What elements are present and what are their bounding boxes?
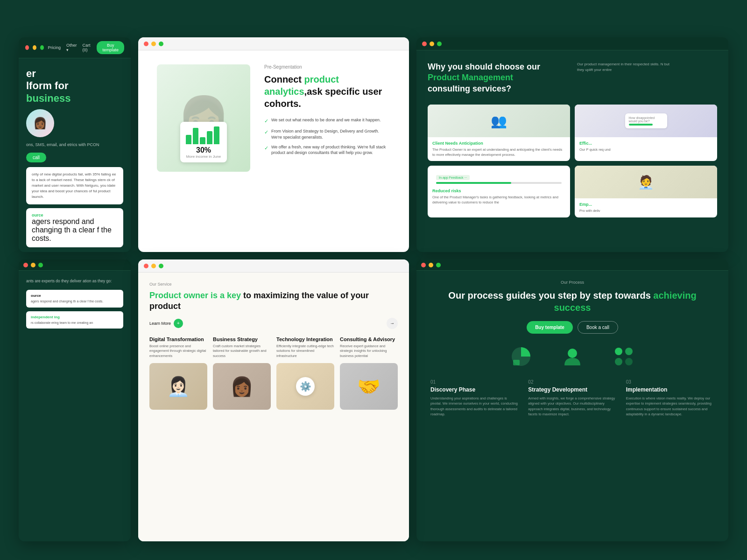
card-title-1: Client Needs Anticipation xyxy=(432,141,565,146)
service-img-2: 👩🏾 xyxy=(213,363,271,410)
topcenter-chrome xyxy=(138,37,409,50)
service-img-1: 👩🏻‍💼 xyxy=(149,363,207,410)
learn-more-text: Learn More xyxy=(149,321,171,326)
chart-label: More income in June xyxy=(186,154,221,159)
dot-green xyxy=(40,45,44,50)
step-num-2: 02 xyxy=(528,379,616,385)
main-heading: Connect product analytics,ask specific u… xyxy=(264,73,390,110)
bottomleft-window: ants are experts do they deliver ation a… xyxy=(19,259,131,541)
chart-pct: 30% xyxy=(186,146,221,154)
stat-card-1: ority of new digital products fail, with… xyxy=(26,167,123,204)
card-desc-3: One of the Product Manager's tasks is ga… xyxy=(432,195,565,205)
nav-buy-btn[interactable]: Buy template xyxy=(97,41,124,54)
process-icon-1 xyxy=(509,345,533,368)
stat-text-1: ority of new digital products fail, with… xyxy=(32,172,118,200)
service-desc-2: Craft custom market strategies tailored … xyxy=(213,344,271,359)
nav-cart[interactable]: Cart (0) xyxy=(83,43,92,52)
service-heading-green: Product owner is a key xyxy=(149,291,243,300)
service-title-2: Business Strategy xyxy=(213,336,271,342)
service-desc-1: Boost online presence and engagement thr… xyxy=(149,344,207,359)
chart-overlay: 30% More income in June xyxy=(180,122,227,162)
bar-5 xyxy=(214,126,219,144)
step-desc-2: Armed with insights, we forge a comprehe… xyxy=(528,396,616,417)
service-item-2: Business Strategy Craft custom market st… xyxy=(213,336,271,410)
topleft-window: Pricing Other ▾ Cart (0) Buy template er… xyxy=(19,37,131,252)
stat-text-2: agers respond and changing th a clear f … xyxy=(32,217,118,243)
feature-item-3: ✓ We offer a fresh, new way of product t… xyxy=(264,144,390,156)
nav-other[interactable]: Other ▾ xyxy=(66,43,77,52)
bottomcenter-chrome xyxy=(138,259,409,273)
mini-text-2: rs collaborate ering team to me creating… xyxy=(31,321,119,325)
card-body-3: In-app Feedback ··· Reduced risks One of… xyxy=(428,166,570,209)
service-desc-4: Receive expert guidance and strategic in… xyxy=(340,344,398,359)
card-4: 🧑‍💼 Emp... Pro with deliv xyxy=(575,166,717,217)
svg-point-2 xyxy=(568,349,577,358)
nav-pricing[interactable]: Pricing xyxy=(48,45,61,50)
svg-point-5 xyxy=(615,358,622,365)
step-desc-3: Execution is where vision meets reality.… xyxy=(626,396,714,417)
feature-text-1: We set out what needs to be done and we … xyxy=(271,117,381,123)
card-3: In-app Feedback ··· Reduced risks One of… xyxy=(428,166,570,217)
avatar: 👩🏾 xyxy=(26,109,54,137)
dot-green xyxy=(437,42,442,46)
process-icons xyxy=(430,345,714,368)
cards-grid: 👥 Client Needs Anticipation The Product … xyxy=(428,105,717,217)
process-icon-3 xyxy=(612,345,635,368)
card-2: How disappointed would you be? Effic... … xyxy=(575,105,717,161)
dot-yellow xyxy=(33,45,36,50)
mini-text-1: agers respond and changing th a clear f … xyxy=(31,299,119,304)
dot-yellow xyxy=(429,263,433,267)
bottomcenter-content: Our Service Product owner is a key to ma… xyxy=(138,273,409,541)
green-link-1[interactable]: ource xyxy=(32,213,118,217)
dot-green xyxy=(159,264,163,268)
topcenter-window: 👩🏾 30% More income in June Pre-Segmentat… xyxy=(138,37,409,252)
service-label: Our Service xyxy=(149,282,398,287)
check-icon-1: ✓ xyxy=(264,118,268,125)
feature-text-3: We offer a fresh, new way of product thi… xyxy=(271,144,390,156)
step-desc-1: Understanding your aspirations and chall… xyxy=(430,396,519,417)
bottomright-chrome xyxy=(416,259,728,271)
bar-3 xyxy=(200,137,205,144)
network-icon xyxy=(612,345,635,368)
book-call-btn[interactable]: Book a call xyxy=(578,321,618,334)
dot-red xyxy=(421,263,426,267)
step-title-2: Strategy Development xyxy=(528,386,616,393)
bl-mini-card-1: ource agers respond and changing th a cl… xyxy=(26,290,123,308)
bottomleft-content: ants are experts do they deliver ation a… xyxy=(19,271,131,340)
card-body-2: Effic... Our P quick req und xyxy=(575,137,717,156)
dot-yellow xyxy=(430,42,434,46)
feedback-card: In-app Feedback ··· xyxy=(432,169,565,187)
hero-green: business xyxy=(26,92,123,105)
feedback-bar-fill xyxy=(436,182,511,184)
topcenter-image: 👩🏾 30% More income in June xyxy=(157,64,250,172)
bottomleft-chrome xyxy=(19,259,131,271)
process-icon-2 xyxy=(561,345,584,368)
arrow-btn[interactable]: → xyxy=(387,318,398,329)
topleft-nav: Pricing Other ▾ Cart (0) Buy template xyxy=(19,37,131,58)
process-buttons: Buy template Book a call xyxy=(430,321,714,334)
buy-template-btn[interactable]: Buy template xyxy=(527,321,573,334)
topright-sub: Our product management in their respecte… xyxy=(577,62,670,73)
dot-red xyxy=(144,42,148,46)
svg-point-4 xyxy=(625,348,633,355)
dot-red xyxy=(422,42,427,46)
topright-sub-col: Our product management in their respecte… xyxy=(577,62,717,97)
card-img-2: How disappointed would you be? xyxy=(575,105,717,137)
user-chart-icon xyxy=(561,345,584,368)
feedback-bar xyxy=(436,182,562,184)
step-num-1: 01 xyxy=(430,379,519,385)
chart-bars xyxy=(186,126,221,144)
dot-yellow xyxy=(151,264,156,268)
topright-chrome xyxy=(416,37,728,50)
bar-4 xyxy=(207,131,212,144)
call-btn[interactable]: call xyxy=(26,153,46,162)
check-icon-3: ✓ xyxy=(264,145,268,152)
service-desc-3: Efficiently integrate cutting-edge tech … xyxy=(276,344,334,359)
dot-yellow xyxy=(31,263,35,267)
bl-green-link[interactable]: independent ing xyxy=(31,315,119,319)
learn-more-btn[interactable]: + xyxy=(174,319,183,328)
dot-green xyxy=(159,42,163,46)
bottomright-content: Our Process Our process guides you step … xyxy=(416,271,728,426)
service-title-1: Digital Transformation xyxy=(149,336,207,342)
card-title-3: Reduced risks xyxy=(432,189,565,193)
